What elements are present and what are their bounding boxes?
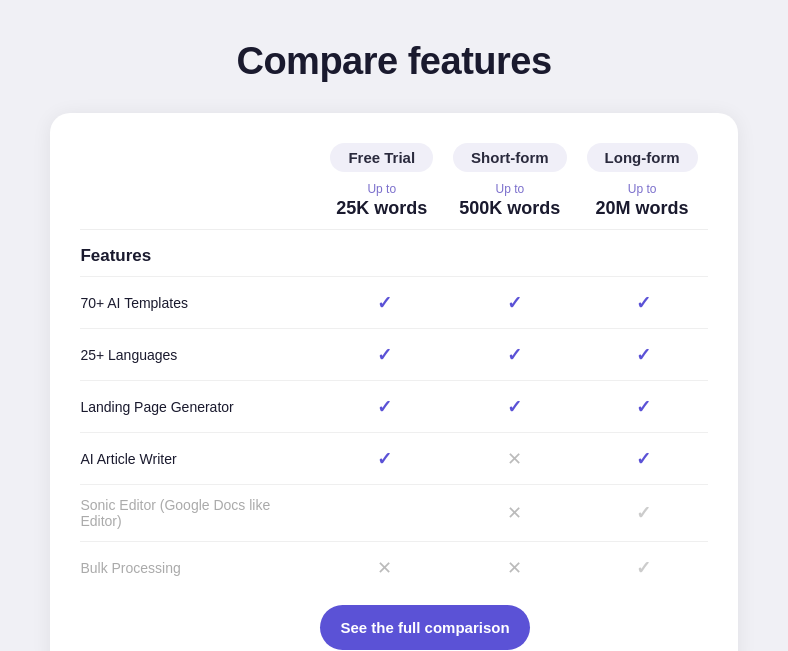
- feature-name: Sonic Editor (Google Docs like Editor): [80, 485, 320, 541]
- feature-name: AI Article Writer: [80, 439, 320, 479]
- feature-cell: ✓: [579, 557, 708, 579]
- check-icon: ✓: [507, 396, 522, 418]
- feature-row: Bulk Processing✕✕✓: [80, 541, 707, 593]
- feature-row: AI Article Writer✓✕✓: [80, 432, 707, 484]
- check-icon: ✓: [377, 396, 392, 418]
- feature-cell: ✓: [579, 292, 708, 314]
- feature-cell: ✓: [449, 292, 578, 314]
- feature-cell: ✓: [579, 396, 708, 418]
- feature-rows-container: 70+ AI Templates✓✓✓25+ Languages✓✓✓Landi…: [80, 276, 707, 593]
- plan-words-label-short: Up to: [496, 182, 525, 196]
- feature-name: 70+ AI Templates: [80, 283, 320, 323]
- check-icon-muted: ✓: [636, 557, 651, 579]
- feature-name: Landing Page Generator: [80, 387, 320, 427]
- features-section-label: Features: [80, 229, 707, 276]
- feature-cell: ✓: [579, 502, 708, 524]
- feature-cell: ✓: [320, 396, 449, 418]
- feature-row: 25+ Languages✓✓✓: [80, 328, 707, 380]
- feature-cell: ✕: [449, 557, 578, 579]
- feature-cell: ✕: [449, 448, 578, 470]
- check-icon: ✓: [377, 292, 392, 314]
- plan-header-short: Short-form Up to 500K words: [443, 143, 577, 219]
- cta-row: See the full comparison: [80, 597, 707, 651]
- plan-words-value-free: 25K words: [336, 198, 427, 219]
- feature-cell: ✓: [320, 292, 449, 314]
- feature-row: Landing Page Generator✓✓✓: [80, 380, 707, 432]
- plan-words-label-free: Up to: [367, 182, 396, 196]
- plan-badge-long: Long-form: [587, 143, 698, 172]
- feature-cell: ✓: [449, 344, 578, 366]
- table-wrapper: Free Trial Up to 25K words Short-form Up…: [80, 143, 707, 651]
- feature-cell: ✓: [320, 448, 449, 470]
- header-row: Free Trial Up to 25K words Short-form Up…: [80, 143, 707, 219]
- check-icon: ✓: [636, 344, 651, 366]
- feature-row: Sonic Editor (Google Docs like Editor)✕✓: [80, 484, 707, 541]
- check-icon: ✓: [507, 292, 522, 314]
- check-icon-muted: ✓: [636, 502, 651, 524]
- cross-icon: ✕: [507, 557, 522, 579]
- plan-words-value-short: 500K words: [459, 198, 560, 219]
- cross-icon: ✕: [377, 557, 392, 579]
- plan-words-value-long: 20M words: [596, 198, 689, 219]
- plan-header-long: Long-form Up to 20M words: [577, 143, 708, 219]
- plan-badge-short: Short-form: [453, 143, 567, 172]
- feature-cell: ✓: [320, 344, 449, 366]
- plan-header-free: Free Trial Up to 25K words: [320, 143, 443, 219]
- header-empty-col: [80, 143, 320, 219]
- plan-badge-free: Free Trial: [330, 143, 433, 172]
- feature-cell: ✓: [579, 448, 708, 470]
- feature-name: Bulk Processing: [80, 548, 320, 588]
- check-icon: ✓: [377, 448, 392, 470]
- feature-cell: ✕: [320, 557, 449, 579]
- comparison-card: Free Trial Up to 25K words Short-form Up…: [50, 113, 737, 651]
- feature-name: 25+ Languages: [80, 335, 320, 375]
- check-icon: ✓: [377, 344, 392, 366]
- check-icon: ✓: [636, 448, 651, 470]
- feature-cell: ✓: [579, 344, 708, 366]
- check-icon: ✓: [507, 344, 522, 366]
- feature-row: 70+ AI Templates✓✓✓: [80, 276, 707, 328]
- page-title: Compare features: [50, 40, 737, 83]
- feature-cell: ✓: [449, 396, 578, 418]
- cross-icon: ✕: [507, 448, 522, 470]
- cross-icon: ✕: [507, 502, 522, 524]
- check-icon: ✓: [636, 292, 651, 314]
- check-icon: ✓: [636, 396, 651, 418]
- page-wrapper: Compare features Free Trial Up to 25K wo…: [10, 20, 777, 651]
- feature-cell: ✕: [449, 502, 578, 524]
- plan-words-label-long: Up to: [628, 182, 657, 196]
- see-comparison-button[interactable]: See the full comparison: [320, 605, 529, 650]
